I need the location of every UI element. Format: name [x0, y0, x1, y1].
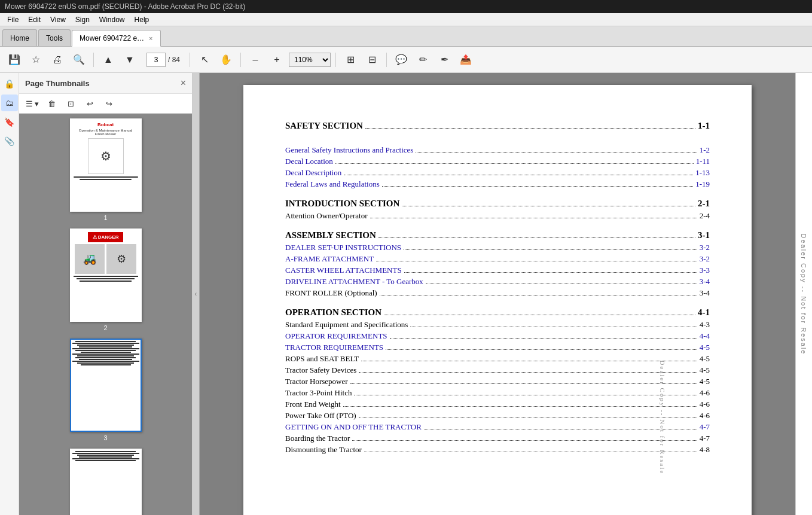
tractor-safety-dots	[359, 372, 697, 373]
save-button[interactable]: 💾	[5, 50, 24, 69]
thumbnails-icon-btn[interactable]: 🗂	[1, 95, 18, 111]
share-button[interactable]: 📤	[456, 50, 475, 69]
hand-tool-button[interactable]: ✋	[216, 50, 236, 69]
zoom-out-button[interactable]: –	[246, 50, 265, 69]
tool2-button[interactable]: ⊟	[362, 50, 381, 69]
sidebar-close-button[interactable]: ×	[181, 78, 186, 89]
menu-sign[interactable]: Sign	[71, 13, 94, 26]
toc-sub-pto: Power Take Off (PTO) 4-6	[285, 411, 710, 420]
tractor-hp-label: Tractor Horsepower	[285, 377, 348, 386]
sidebar-redo-button[interactable]: ↪	[100, 96, 117, 111]
thumbnail-frame-1: Bobcat Operation & Maintenance ManualFin…	[70, 118, 142, 212]
thumbnail-1[interactable]: Bobcat Operation & Maintenance ManualFin…	[24, 118, 187, 221]
sidebar-thumbnails[interactable]: Bobcat Operation & Maintenance ManualFin…	[19, 114, 192, 515]
getting-on-off-page: 4-7	[700, 422, 710, 432]
title-text: Mower 6904722 enUS om.pdf (SECURED) - Ad…	[5, 2, 245, 11]
assembly-dots	[378, 237, 695, 238]
thumbnail-3[interactable]: 3	[24, 339, 187, 441]
tab-document[interactable]: Mower 6904722 e… ×	[72, 30, 161, 47]
pto-label: Power Take Off (PTO)	[285, 411, 356, 420]
standard-equip-dots	[410, 327, 697, 327]
page-total: / 84	[168, 56, 180, 64]
thumbnail-4[interactable]: 4	[24, 449, 187, 515]
tab-document-label: Mower 6904722 e…	[80, 34, 144, 42]
operation-dots	[384, 315, 695, 315]
dismounting-page: 4-8	[700, 445, 710, 455]
sidebar-toolbar: ☰ ▾ 🗑 ⊡ ↩ ↪	[19, 94, 192, 114]
pto-dots	[359, 418, 697, 418]
pen-button[interactable]: ✒	[435, 50, 454, 69]
lock-icon-btn[interactable]: 🔒	[1, 75, 18, 92]
caster-dots	[404, 272, 697, 273]
left-icons-panel: 🔒 🗂 🔖 📎	[0, 73, 19, 515]
tab-tools[interactable]: Tools	[38, 29, 71, 46]
toc-sub-rops: ROPS and SEAT BELT 4-5	[285, 354, 710, 364]
sidebar-collapse-handle[interactable]: ‹	[193, 73, 200, 515]
next-page-button[interactable]: ▼	[120, 50, 139, 69]
front-roller-label: FRONT ROLLER (Optional)	[285, 288, 377, 298]
sidebar-delete-button[interactable]: 🗑	[43, 96, 60, 111]
tab-home[interactable]: Home	[2, 29, 37, 46]
toc-sub-standard-equip: Standard Equipment and Specifications 4-…	[285, 320, 710, 330]
tractor-safety-page: 4-5	[700, 365, 710, 375]
sidebar-title: Page Thumbnails	[25, 79, 90, 88]
menu-file[interactable]: File	[2, 13, 23, 26]
sidebar: Page Thumbnails × ☰ ▾ 🗑 ⊡ ↩ ↪ Bobcat Ope…	[19, 73, 193, 515]
watermark: Dealer Copy -- Not for Resale	[659, 361, 666, 475]
print-button[interactable]: 🖨	[48, 50, 67, 69]
zoom-in-button[interactable]: +	[267, 50, 286, 69]
toc-sub-3pt-hitch: Tractor 3-Point Hitch 4-6	[285, 388, 710, 398]
thumbnail-2[interactable]: ⚠ DANGER 🚜 ⚙ 2	[24, 228, 187, 331]
tab-home-label: Home	[10, 34, 29, 42]
pdf-scrollbar-area	[784, 73, 795, 515]
menu-help[interactable]: Help	[130, 13, 154, 26]
page-nav: / 84	[146, 53, 180, 67]
toc-section-assembly: ASSEMBLY SECTION 3-1	[285, 230, 710, 240]
toc-sub-federal-laws: Federal Laws and Regulations 1-19	[285, 179, 710, 189]
tractor-safety-label: Tractor Safety Devices	[285, 365, 356, 375]
thumbnail-1-label: 1	[103, 214, 107, 221]
pointer-tool-button[interactable]: ↖	[195, 50, 214, 69]
menu-edit[interactable]: Edit	[23, 13, 45, 26]
toc-sub-front-roller: FRONT ROLLER (Optional) 3-4	[285, 288, 710, 298]
toc-sub-dismounting: Dismounting the Tractor 4-8	[285, 445, 710, 455]
sidebar-menu-button[interactable]: ☰ ▾	[24, 96, 41, 111]
bookmark-button[interactable]: ☆	[26, 50, 45, 69]
zoom-select[interactable]: 110% 100% 125% 150% 75% 50%	[289, 53, 331, 67]
tractor-hp-page: 4-5	[700, 377, 710, 386]
3pt-hitch-label: Tractor 3-Point Hitch	[285, 388, 352, 398]
toc-sub-tractor-safety: Tractor Safety Devices 4-5	[285, 365, 710, 375]
assembly-subsections: DEALER SET-UP INSTRUCTIONS 3-2 A-FRAME A…	[285, 243, 710, 298]
sidebar-extract-button[interactable]: ⊡	[62, 96, 79, 111]
front-roller-page: 3-4	[700, 288, 710, 298]
operation-section-label: OPERATION SECTION	[285, 307, 381, 318]
assembly-page: 3-1	[698, 230, 710, 240]
sep-5	[386, 53, 387, 67]
decal-location-dots	[335, 163, 694, 164]
tab-close-icon[interactable]: ×	[149, 35, 152, 42]
watermark-text: Dealer Copy -- Not for Resale	[801, 233, 808, 355]
page-number-input[interactable]	[146, 53, 166, 67]
boarding-dots	[352, 440, 697, 441]
toc-sub-tractor-req: TRACTOR REQUIREMENTS 4-5	[285, 343, 710, 352]
find-button[interactable]: 🔍	[69, 50, 88, 69]
comment-button[interactable]: 💬	[392, 50, 411, 69]
safety-page: 1-1	[698, 121, 710, 131]
pdf-area[interactable]: Dealer Copy -- Not for Resale SAFETY SEC…	[200, 73, 795, 515]
sidebar-undo-button[interactable]: ↩	[81, 96, 98, 111]
tool1-button[interactable]: ⊞	[341, 50, 360, 69]
bookmarks-icon-btn[interactable]: 🔖	[1, 114, 18, 130]
pencil-button[interactable]: ✏	[413, 50, 432, 69]
menu-window[interactable]: Window	[94, 13, 130, 26]
driveline-page: 3-4	[700, 277, 710, 287]
toc-sub-caster: CASTER WHEEL ATTACHMENTS 3-3	[285, 266, 710, 275]
toolbar: 💾 ☆ 🖨 🔍 ▲ ▼ / 84 ↖ ✋ – + 110% 100% 125% …	[0, 47, 812, 73]
menu-view[interactable]: View	[45, 13, 71, 26]
boarding-label: Boarding the Tractor	[285, 434, 350, 443]
tab-tools-label: Tools	[46, 34, 63, 42]
operator-req-dots	[390, 338, 697, 339]
assembly-section-label: ASSEMBLY SECTION	[285, 230, 376, 240]
prev-page-button[interactable]: ▲	[99, 50, 118, 69]
paperclip-icon-btn[interactable]: 📎	[1, 133, 18, 150]
title-bar: Mower 6904722 enUS om.pdf (SECURED) - Ad…	[0, 0, 812, 13]
